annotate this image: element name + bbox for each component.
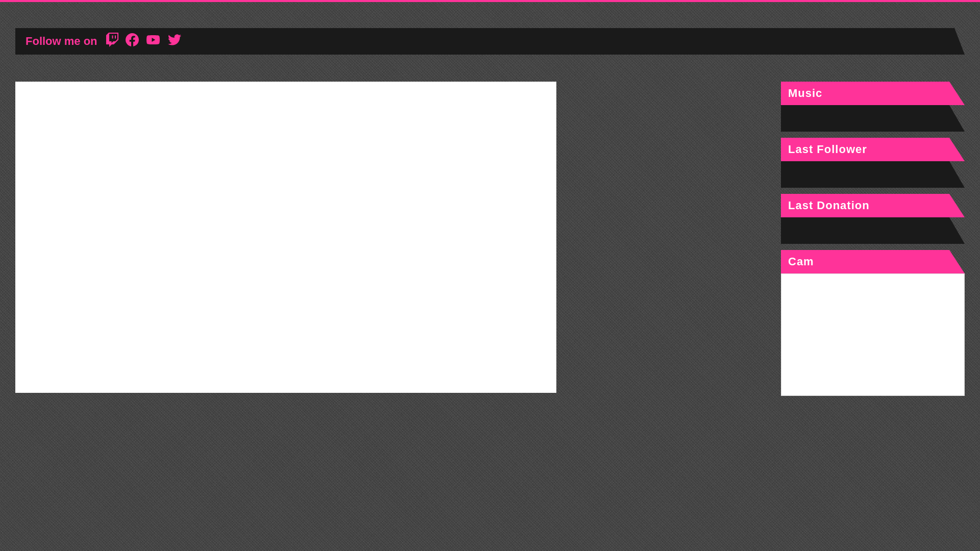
last-donation-widget-header: Last Donation	[781, 194, 965, 217]
top-bar: Follow me on	[15, 28, 965, 55]
cam-widget: Cam	[781, 250, 965, 396]
cam-widget-body	[781, 273, 965, 396]
last-donation-label: Last Donation	[788, 199, 870, 212]
sidebar: Music Last Follower Last Donation Cam	[781, 82, 965, 396]
follow-label: Follow me on	[26, 35, 97, 48]
youtube-icon[interactable]	[145, 33, 161, 49]
music-label: Music	[788, 87, 822, 100]
twitter-icon[interactable]	[167, 33, 182, 49]
facebook-icon[interactable]	[126, 33, 139, 49]
last-follower-widget: Last Follower	[781, 138, 965, 188]
last-follower-widget-header: Last Follower	[781, 138, 965, 161]
music-widget-body	[781, 105, 965, 132]
top-border	[0, 0, 980, 2]
last-follower-widget-body	[781, 161, 965, 188]
twitch-icon[interactable]	[105, 33, 119, 50]
cam-label: Cam	[788, 255, 814, 268]
social-icons	[105, 33, 182, 50]
last-donation-widget-body	[781, 217, 965, 244]
cam-widget-header: Cam	[781, 250, 965, 273]
last-donation-widget: Last Donation	[781, 194, 965, 244]
music-widget-header: Music	[781, 82, 965, 105]
main-content-area	[15, 82, 556, 393]
music-widget: Music	[781, 82, 965, 132]
last-follower-label: Last Follower	[788, 143, 867, 156]
